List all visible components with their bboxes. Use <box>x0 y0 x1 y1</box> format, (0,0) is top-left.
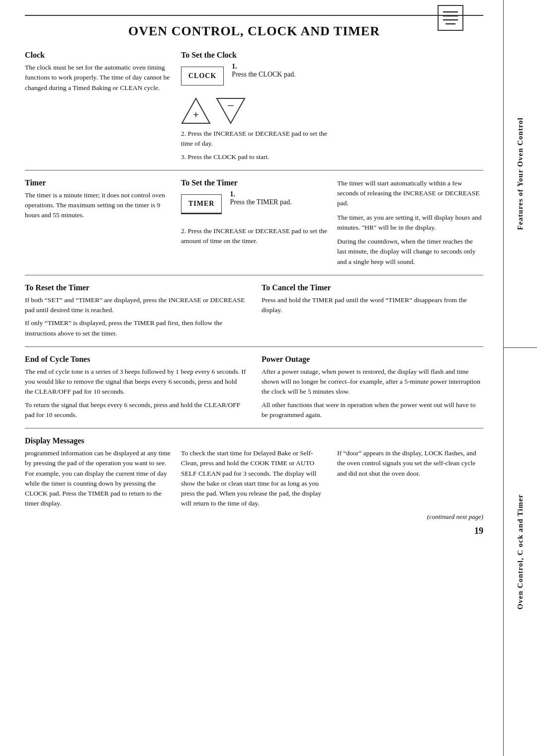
set-clock-section: To Set the Clock CLOCK 1. Press the CLOC… <box>181 51 327 162</box>
timer-step1-text: 1. Press the TIMER pad. <box>230 190 291 206</box>
end-of-cycle-heading: End of Cycle Tones <box>25 355 247 364</box>
reset-timer-heading: To Reset the Timer <box>25 283 247 292</box>
timer-row: Timer The timer is a minute timer; it do… <box>25 178 483 267</box>
clock-step1-desc: Press the CLOCK pad. <box>232 71 295 79</box>
end-of-cycle-text2: To return the signal that beeps every 6 … <box>25 400 247 420</box>
top-divider <box>25 15 483 16</box>
display-messages-col3: If “door” appears in the display, LOCK f… <box>337 448 483 509</box>
divider-3 <box>25 346 483 347</box>
timer-button[interactable]: TIMER <box>181 194 222 214</box>
clock-section: Clock The clock must be set for the auto… <box>25 51 171 162</box>
timer-text: The timer is a minute timer; it does not… <box>25 190 171 221</box>
sidebar-top: Features of Your Oven Control <box>504 0 537 348</box>
power-outage-text1: After a power outage, when power is rest… <box>262 367 483 397</box>
clock-button[interactable]: CLOCK <box>181 67 224 85</box>
plus-icon: + <box>181 97 211 125</box>
clock-step1-text: 1. Press the CLOCK pad. <box>232 63 295 79</box>
clock-empty-col <box>337 51 483 162</box>
continued-text: (continued next page) <box>25 513 483 521</box>
power-outage-heading: Power Outage <box>262 355 483 364</box>
clock-step2-desc: 2. Press the INCREASE or DECREASE pad to… <box>181 129 327 149</box>
set-clock-heading: To Set the Clock <box>181 51 327 60</box>
reset-cancel-row: To Reset the Timer If both “SET” and “TI… <box>25 283 483 338</box>
logo-box <box>438 5 463 31</box>
cancel-timer-heading: To Cancel the Timer <box>262 283 483 292</box>
power-outage-text2: All other functions that were in operati… <box>262 400 483 420</box>
display-messages-col1: programmed information can be displayed … <box>25 448 171 509</box>
display-messages-row: programmed information can be displayed … <box>25 448 483 509</box>
display-messages-heading: Display Messages <box>25 436 483 445</box>
sidebar: Features of Your Oven Control Oven Contr… <box>503 0 537 756</box>
timer-step1-row: TIMER 1. Press the TIMER pad. <box>181 190 327 218</box>
logo-lines <box>441 8 460 28</box>
timer-notes-col: The timer will start automatically withi… <box>337 178 483 267</box>
timer-note2: The timer, as you are setting it, will d… <box>337 213 483 233</box>
reset-timer-section: To Reset the Timer If both “SET” and “TI… <box>25 283 247 338</box>
display-messages-section: Display Messages programmed information … <box>25 436 483 509</box>
minus-icon: – <box>216 97 246 125</box>
sidebar-bottom-text: Oven Control, C ock and Timer <box>516 494 526 609</box>
clock-text: The clock must be set for the automatic … <box>25 63 171 93</box>
power-outage-section: Power Outage After a power outage, when … <box>262 355 483 420</box>
plus-minus-icons: + – <box>181 97 327 125</box>
reset-timer-text2: If only “TIMER” is displayed, press the … <box>25 318 247 338</box>
timer-note1: The timer will start automatically withi… <box>337 178 483 209</box>
sidebar-bottom: Oven Control, C ock and Timer <box>504 348 537 756</box>
logo-icon <box>441 8 460 28</box>
svg-text:+: + <box>193 108 199 121</box>
timer-heading: Timer <box>25 178 171 187</box>
clock-step1-num: 1. <box>232 63 295 71</box>
divider-2 <box>25 275 483 275</box>
timer-step1-desc: Press the TIMER pad. <box>230 198 291 206</box>
sidebar-top-text: Features of Your Oven Control <box>516 117 526 230</box>
title-text: OVEN CONTROL, CLOCK AND TIMER <box>128 24 380 39</box>
set-timer-section: To Set the Timer TIMER 1. Press the TIME… <box>181 178 327 267</box>
end-of-cycle-section: End of Cycle Tones The end of cycle tone… <box>25 355 247 420</box>
end-power-row: End of Cycle Tones The end of cycle tone… <box>25 355 483 420</box>
cancel-timer-section: To Cancel the Timer Press and hold the T… <box>262 283 483 338</box>
svg-text:–: – <box>228 98 234 111</box>
page-wrapper: OVEN CONTROL, CLOCK AND TIMER Clock The … <box>0 0 537 756</box>
clock-row: Clock The clock must be set for the auto… <box>25 51 483 162</box>
timer-step1-num: 1. <box>230 190 291 198</box>
reset-timer-text1: If both “SET” and “TIMER” are displayed,… <box>25 295 247 316</box>
divider-1 <box>25 170 483 170</box>
timer-section: Timer The timer is a minute timer; it do… <box>25 178 171 267</box>
display-messages-col2: To check the start time for Delayed Bake… <box>181 448 327 509</box>
set-timer-heading: To Set the Timer <box>181 178 327 187</box>
clock-step1-row: CLOCK 1. Press the CLOCK pad. <box>181 63 327 89</box>
page-title: OVEN CONTROL, CLOCK AND TIMER <box>25 24 483 39</box>
clock-step2-text: + – <box>181 93 327 129</box>
end-of-cycle-text1: The end of cycle tone is a series of 3 b… <box>25 367 247 397</box>
divider-4 <box>25 428 483 428</box>
timer-note3: During the countdown, when the timer rea… <box>337 237 483 267</box>
clock-heading: Clock <box>25 51 171 60</box>
clock-step3-text: 3. Press the CLOCK pad to start. <box>181 152 327 162</box>
cancel-timer-text: Press and hold the TIMER pad until the w… <box>262 295 483 316</box>
timer-step2-text: 2. Press the INCREASE or DECREASE pad to… <box>181 226 327 247</box>
main-content: OVEN CONTROL, CLOCK AND TIMER Clock The … <box>0 0 503 756</box>
page-number: 19 <box>25 526 483 536</box>
